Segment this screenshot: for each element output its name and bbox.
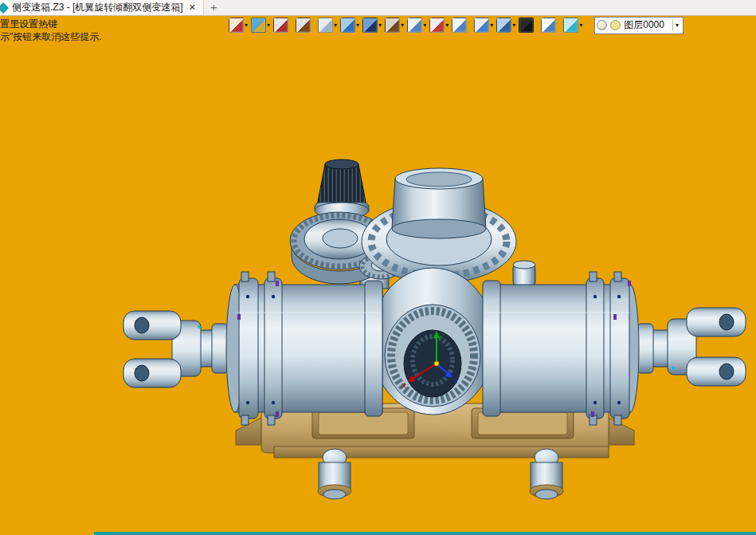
model-left-ujoint — [123, 311, 239, 387]
align-plane-icon[interactable]: ▾ — [451, 16, 472, 34]
toolbar-icon-glyph — [385, 18, 400, 33]
toolbar-icon-glyph — [429, 18, 445, 33]
toolbar-icon-glyph — [273, 18, 288, 33]
toolbar-icon-glyph — [474, 18, 489, 33]
model-right-ujoint — [629, 308, 746, 386]
pan-view-icon[interactable]: ▾ — [429, 16, 449, 34]
model-top-cylinder-assembly — [362, 168, 535, 285]
dropdown-arrow-icon[interactable]: ▾ — [378, 22, 382, 29]
brush-icon[interactable]: ▾ — [295, 16, 315, 34]
document-icon — [0, 2, 9, 14]
document-tab[interactable]: 侧变速箱.Z3 - [机翼旋转倾翻双侧变速箱] ✕ — [0, 0, 204, 15]
zw3d-application-window: Z X Y 置里设置热键 示"按钮来取消这些提示. ▾ ▾ ▾ ▾ ▾ ▾ — [0, 0, 756, 535]
model-main-housing — [226, 268, 639, 425]
toolbar-icon-glyph — [229, 18, 244, 33]
pencil-icon[interactable]: ▾ — [272, 16, 293, 34]
dropdown-arrow-icon[interactable]: ▾ — [579, 22, 582, 29]
triad-up-label: Z — [441, 332, 445, 340]
toolbar-icon-glyph — [541, 18, 556, 33]
toolbar-icon-glyph — [251, 18, 266, 33]
view-toolbar: ▾ ▾ ▾ ▾ ▾ ▾ ▾ ▾ ▾ ▾ — [228, 16, 684, 34]
tab-close-button[interactable]: ✕ — [187, 2, 198, 13]
render-image-icon[interactable]: ▾ — [496, 16, 516, 34]
triad-left-label: X — [402, 382, 406, 390]
solid-cube-icon[interactable]: ▾ — [339, 16, 360, 34]
background-black-icon[interactable]: ▾ — [518, 16, 539, 34]
toolbar-icon-glyph — [496, 18, 511, 33]
canvas-color-icon[interactable]: ▾ — [540, 16, 561, 34]
toolbar-icon-glyph — [519, 18, 534, 33]
layer-name-label: 图层0000 — [624, 18, 669, 32]
view-wheel-icon[interactable]: ▾ — [384, 16, 405, 34]
dropdown-arrow-icon[interactable]: ▾ — [356, 22, 359, 29]
toolbar-icon-glyph — [407, 18, 422, 33]
dropdown-arrow-icon[interactable]: ▾ — [423, 22, 426, 29]
model-foot-left — [318, 449, 351, 499]
color-palette-icon[interactable]: ▾ — [250, 16, 271, 34]
hint-line-1: 置里设置热键 — [0, 18, 102, 30]
toolbar-icon-glyph — [340, 18, 355, 33]
document-tab-title: 侧变速箱.Z3 - [机翼旋转倾翻双侧变速箱] — [12, 1, 183, 14]
wireframe-cube-icon[interactable]: ▾ — [317, 16, 338, 34]
toolbar-icon-glyph — [362, 18, 378, 33]
dropdown-arrow-icon[interactable]: ▾ — [401, 22, 404, 29]
triad-right-label: Y — [454, 377, 459, 385]
model-foot-right — [530, 449, 563, 499]
layers-stack-icon[interactable]: ▾ — [562, 16, 583, 34]
layer-dropdown[interactable]: 图层0000 ▾ — [594, 17, 684, 34]
status-strip — [94, 532, 756, 535]
dropdown-arrow-icon[interactable]: ▾ — [245, 22, 248, 29]
dropdown-arrow-icon[interactable]: ▾ — [334, 22, 337, 29]
hint-line-2: 示"按钮来取消这些提示. — [0, 30, 102, 43]
zoom-window-icon[interactable]: ▾ — [406, 16, 427, 34]
dropdown-arrow-icon[interactable]: ▾ — [490, 22, 493, 29]
toolbar-icon-strip: ▾ ▾ ▾ ▾ ▾ ▾ ▾ ▾ ▾ ▾ — [228, 16, 585, 34]
document-tabbar: 侧变速箱.Z3 - [机翼旋转倾翻双侧变速箱] ✕ ＋ — [0, 0, 756, 16]
hint-messages: 置里设置热键 示"按钮来取消这些提示. — [0, 18, 102, 43]
viewport-3d-model[interactable]: Z X Y — [0, 0, 756, 535]
dropdown-arrow-icon[interactable]: ▾ — [445, 22, 449, 29]
dropdown-arrow-icon[interactable]: ▾ — [267, 22, 270, 29]
dropdown-arrow-icon[interactable]: ▾ — [512, 22, 515, 29]
new-tab-button[interactable]: ＋ — [204, 0, 223, 15]
shaded-display-icon[interactable]: ▾ — [362, 16, 382, 34]
toolbar-icon-glyph — [296, 18, 311, 33]
toolbar-icon-glyph — [318, 18, 333, 33]
layer-color-swatch — [610, 20, 621, 30]
layer-dropdown-arrow-icon[interactable]: ▾ — [672, 20, 681, 30]
toolbar-icon-glyph — [563, 18, 578, 33]
toolbar-icon-glyph — [452, 18, 467, 33]
pmi-display-icon[interactable]: ▾ — [228, 16, 249, 34]
section-view-icon[interactable]: ▾ — [473, 16, 494, 34]
layer-visibility-bulb-icon[interactable] — [597, 20, 607, 30]
